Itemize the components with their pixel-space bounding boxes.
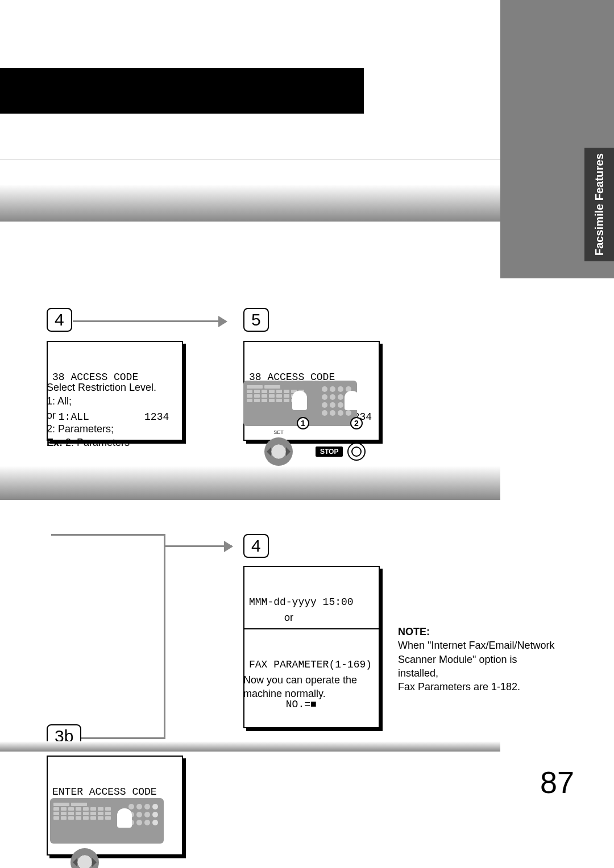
caption-ex-value: 2: Parameters — [63, 437, 130, 448]
step-number-5: 5 — [243, 308, 269, 332]
lcd-text: MMM-dd-yyyy 15:00 — [249, 596, 374, 609]
connector-line — [51, 534, 165, 536]
connector-line — [164, 534, 165, 738]
side-tab: Facsimile Features — [584, 148, 614, 261]
caption-ex-label: Ex: — [47, 437, 63, 448]
gradient-band-upper — [0, 159, 500, 222]
lcd-text: ENTER ACCESS CODE — [52, 786, 177, 799]
arrow-4-to-5 — [73, 320, 226, 322]
gradient-band-lower — [0, 466, 500, 500]
gradient-band-bottom — [0, 741, 500, 752]
note-line: When "Internet Fax/Email/Network — [398, 639, 557, 652]
control-panel-illustration-3b — [50, 798, 164, 868]
hand-icon — [292, 391, 307, 410]
note-block: NOTE: When "Internet Fax/Email/Network S… — [398, 625, 557, 694]
caption-line: 1: All; — [47, 394, 156, 408]
stop-button-icon — [347, 443, 366, 461]
step4-lower-caption: Now you can operate the machine normally… — [243, 673, 357, 701]
step-number-4-lower: 4 — [243, 534, 269, 558]
page-number: 87 — [540, 765, 574, 800]
hand-icon — [345, 391, 357, 410]
callout-2: 2 — [350, 417, 363, 429]
caption-line: Select Restriction Level. — [47, 381, 156, 394]
or-label: or — [284, 611, 293, 624]
control-panel-illustration: 1 2 — [243, 381, 357, 426]
note-line: Scanner Module" option is installed, — [398, 653, 557, 681]
black-header-bar — [0, 68, 364, 114]
caption-line: or — [47, 408, 156, 422]
caption-line: machine normally. — [243, 687, 357, 700]
stop-label: STOP — [316, 446, 343, 457]
caption-line: 2: Parameters; — [47, 422, 156, 436]
caption-line: Now you can operate the — [243, 673, 357, 687]
dial-set-icon: SET — [264, 437, 293, 466]
callout-1: 1 — [297, 417, 309, 429]
note-line: Fax Parameters are 1-182. — [398, 680, 557, 694]
dial-and-stop: SET STOP — [264, 437, 366, 466]
note-heading: NOTE: — [398, 626, 430, 637]
dial-set-icon — [70, 848, 99, 868]
lcd-text: FAX PARAMETER(1-169) — [249, 658, 374, 671]
step-number-4: 4 — [47, 308, 72, 332]
hand-icon — [117, 808, 132, 828]
arrow-to-step4-lower — [164, 545, 232, 547]
step4-caption: Select Restriction Level. 1: All; or 2: … — [47, 381, 156, 449]
